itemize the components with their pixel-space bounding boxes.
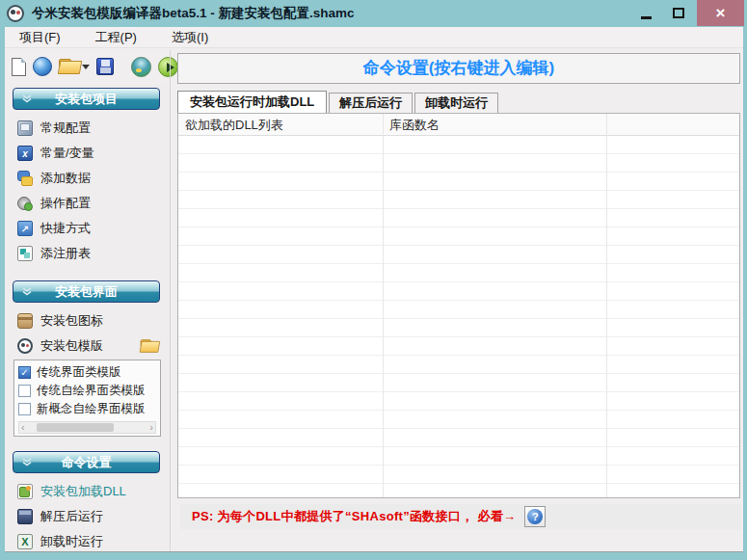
- column-divider: [383, 114, 384, 497]
- table-body[interactable]: [178, 136, 739, 497]
- scroll-left-icon[interactable]: ‹: [21, 422, 25, 433]
- column-divider: [606, 114, 607, 497]
- sidebar-item-load-dll[interactable]: 安装包加载DLL: [5, 479, 170, 504]
- sidebar-item-label: 操作配置: [40, 195, 91, 212]
- chevron-down-icon: [22, 457, 32, 467]
- checkbox-checked[interactable]: [18, 366, 31, 379]
- save-button[interactable]: [96, 58, 114, 75]
- package-box-icon: [17, 313, 33, 329]
- toolbar: [5, 48, 170, 85]
- sidebar-item-label: 添加数据: [40, 170, 91, 187]
- sidebar-item-label: 安装包图标: [40, 312, 103, 330]
- sidebar-item-general-config[interactable]: 常规配置: [5, 116, 170, 141]
- sidebar-item-shortcut[interactable]: 快捷方式: [5, 216, 170, 241]
- table-header-row: 欲加载的DLL列表 库函数名: [178, 114, 739, 136]
- template-option-classic-custom: 传统自绘界面类模版: [18, 382, 156, 400]
- template-option-classic: 传统界面类模版: [18, 363, 156, 382]
- tab-bar: 安装包运行时加载DLL 解压后运行 卸载时运行: [177, 91, 500, 113]
- sidebar-item-add-data[interactable]: 添加数据: [5, 166, 170, 191]
- template-option-label: 传统界面类模版: [37, 364, 121, 381]
- page-title: 命令设置(按右键进入编辑): [177, 53, 740, 84]
- sidebar-item-operation-config[interactable]: 操作配置: [5, 191, 170, 216]
- run-after-extract-icon: [17, 509, 33, 524]
- sidebar-section-package-project: 安装包项目 常规配置 常量/变量 添加数据 操作配置: [5, 88, 170, 266]
- question-mark-icon: ?: [527, 509, 543, 524]
- window-content: 项目(F) 工程(P) 选项(I) 安装包项目 常规配置: [5, 27, 743, 552]
- checkbox-unchecked[interactable]: [18, 403, 31, 415]
- template-option-label: 新概念自绘界面模版: [37, 401, 146, 417]
- sidebar-item-label: 安装包模版: [40, 337, 103, 355]
- template-list: 传统界面类模版 传统自绘界面类模版 新概念自绘界面模版 ‹ ›: [13, 360, 161, 437]
- sidebar-section-command-settings: 命令设置 安装包加载DLL 解压后运行 卸载时运行: [5, 451, 170, 554]
- tab-run-on-uninstall[interactable]: 卸载时运行: [414, 93, 498, 113]
- sidebar-item-label: 常规配置: [40, 120, 91, 137]
- sidebar-item-constants-variables[interactable]: 常量/变量: [5, 141, 170, 166]
- menubar: 项目(F) 工程(P) 选项(I): [5, 27, 743, 48]
- ps-note-text: PS: 为每个DLL中都提供了“SHAsoft”函数接口， 必看→: [192, 508, 516, 525]
- open-folder-button[interactable]: [59, 59, 90, 74]
- general-config-icon: [17, 120, 33, 136]
- sidebar-item-run-after-extract[interactable]: 解压后运行: [5, 504, 170, 529]
- sidebar-section-package-ui: 安装包界面 安装包图标 安装包模版 传统界面类模版: [5, 280, 170, 437]
- save-icon: [96, 58, 114, 75]
- build-icon: [131, 57, 151, 77]
- close-button[interactable]: ×: [697, 0, 744, 26]
- run-on-uninstall-icon: [17, 534, 33, 549]
- sidebar-item-label: 解压后运行: [40, 508, 103, 525]
- sidebar-item-registry[interactable]: 添注册表: [5, 241, 170, 266]
- maximize-button[interactable]: [666, 0, 691, 26]
- sidebar-item-label: 卸载时运行: [40, 533, 103, 550]
- chevron-down-icon: [22, 93, 32, 103]
- minimize-button[interactable]: [633, 0, 658, 26]
- section-header-label: 命令设置: [62, 454, 112, 471]
- shortcut-icon: [17, 221, 33, 236]
- sidebar-item-package-icon[interactable]: 安装包图标: [5, 308, 170, 333]
- section-header-command-settings[interactable]: 命令设置: [13, 451, 160, 473]
- window-title: 兮米安装包模版编译器beta5.1 - 新建安装包配置.shamc: [32, 5, 355, 22]
- globe-icon: [33, 57, 52, 76]
- section-header-package-ui[interactable]: 安装包界面: [13, 280, 160, 303]
- template-option-new-concept: 新概念自绘界面模版: [18, 400, 156, 418]
- sidebar-item-label: 快捷方式: [40, 220, 91, 237]
- sidebar-item-label: 添注册表: [40, 245, 91, 262]
- menu-options[interactable]: 选项(I): [162, 27, 218, 48]
- tab-run-after-extract[interactable]: 解压后运行: [329, 93, 413, 113]
- dll-list-table[interactable]: 欲加载的DLL列表 库函数名: [177, 113, 740, 498]
- horizontal-scrollbar[interactable]: ‹ ›: [18, 421, 156, 434]
- column-header-function-name: 库函数名: [383, 114, 606, 136]
- open-folder-icon: [59, 59, 80, 74]
- main-panel: 命令设置(按右键进入编辑) 安装包运行时加载DLL 解压后运行 卸载时运行 欲加…: [170, 50, 743, 551]
- sidebar-item-package-template[interactable]: 安装包模版: [5, 333, 170, 359]
- new-file-icon: [12, 58, 26, 76]
- column-header-dll-list: 欲加载的DLL列表: [178, 114, 383, 136]
- constants-variables-icon: [17, 146, 33, 161]
- section-header-label: 安装包界面: [55, 283, 118, 301]
- menu-project[interactable]: 项目(F): [10, 27, 70, 48]
- new-file-button[interactable]: [12, 58, 26, 76]
- scrollbar-thumb[interactable]: [37, 423, 114, 432]
- registry-icon: [17, 246, 33, 261]
- section-header-label: 安装包项目: [55, 91, 118, 108]
- menu-engineering[interactable]: 工程(P): [86, 27, 147, 48]
- load-dll-icon: [17, 484, 33, 499]
- scroll-right-icon[interactable]: ›: [149, 422, 153, 433]
- tab-load-dll-at-runtime[interactable]: 安装包运行时加载DLL: [177, 91, 327, 113]
- build-button[interactable]: [131, 57, 151, 77]
- titlebar: 兮米安装包模版编译器beta5.1 - 新建安装包配置.shamc ×: [0, 0, 747, 27]
- add-data-icon: [17, 171, 33, 186]
- sidebar-item-run-on-uninstall[interactable]: 卸载时运行: [5, 529, 170, 554]
- app-window: 兮米安装包模版编译器beta5.1 - 新建安装包配置.shamc × 项目(F…: [0, 0, 747, 560]
- operation-config-icon: [17, 196, 33, 211]
- chevron-down-icon: [22, 286, 32, 296]
- help-button[interactable]: ?: [524, 506, 546, 527]
- section-header-package-project[interactable]: 安装包项目: [13, 88, 160, 110]
- open-folder-icon[interactable]: [141, 339, 159, 353]
- maximize-icon: [673, 8, 684, 18]
- sidebar-item-label: 常量/变量: [40, 145, 94, 162]
- checkbox-unchecked[interactable]: [18, 385, 31, 397]
- sidebar-item-label: 安装包加载DLL: [40, 483, 126, 500]
- globe-button[interactable]: [33, 57, 52, 76]
- chevron-down-icon: [82, 65, 90, 69]
- minimize-icon: [641, 16, 652, 19]
- template-option-label: 传统自绘界面类模版: [37, 383, 146, 399]
